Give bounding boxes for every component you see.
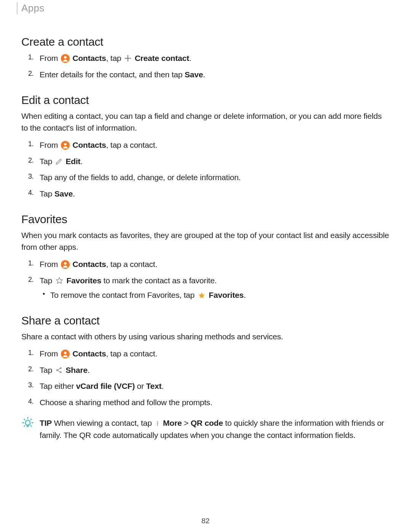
text: . bbox=[244, 291, 246, 299]
svg-point-5 bbox=[64, 262, 67, 265]
svg-point-12 bbox=[157, 421, 158, 422]
text: , tap a contact. bbox=[106, 260, 158, 268]
contacts-icon bbox=[61, 260, 70, 269]
text: Contacts bbox=[72, 260, 106, 268]
share-steps: From Contacts, tap a contact. Tap Share.… bbox=[21, 348, 390, 409]
text: From bbox=[40, 260, 58, 268]
text: , tap a contact. bbox=[106, 141, 158, 149]
text: . bbox=[203, 70, 205, 79]
text: Share bbox=[66, 366, 88, 374]
plus-icon bbox=[124, 54, 132, 62]
list-item: Tap Share. bbox=[21, 364, 390, 377]
heading-create-contact: Create a contact bbox=[21, 35, 390, 48]
list-item: Tap Save. bbox=[21, 188, 390, 200]
text: QR code bbox=[191, 419, 223, 427]
text: Tap bbox=[40, 157, 52, 166]
text: Tap bbox=[40, 189, 54, 198]
favorites-steps: From Contacts, tap a contact. Tap Favori… bbox=[21, 258, 390, 301]
share-icon bbox=[55, 366, 63, 374]
heading-edit-contact: Edit a contact bbox=[21, 94, 390, 107]
svg-point-11 bbox=[25, 420, 30, 425]
svg-point-14 bbox=[157, 424, 158, 425]
intro-text: Share a contact with others by using var… bbox=[21, 331, 390, 342]
text: From bbox=[40, 141, 58, 149]
svg-point-1 bbox=[64, 56, 67, 59]
text: Save bbox=[54, 189, 73, 198]
text: Create contact bbox=[135, 54, 189, 62]
text: Tap bbox=[40, 366, 52, 374]
breadcrumb: Apps bbox=[17, 2, 390, 14]
lightbulb-icon bbox=[21, 416, 34, 441]
list-item: Tap any of the fields to add, change, or… bbox=[21, 171, 390, 184]
text: TIP bbox=[40, 419, 52, 427]
list-item: Choose a sharing method and follow the p… bbox=[21, 396, 390, 409]
list-item: To remove the contact from Favorites, ta… bbox=[40, 289, 390, 301]
text: to mark the contact as a favorite. bbox=[101, 276, 217, 285]
star-filled-icon bbox=[198, 291, 206, 300]
tip-box: TIP When viewing a contact, tap More > Q… bbox=[21, 417, 390, 441]
create-steps: From Contacts, tap Create contact. Enter… bbox=[21, 52, 390, 81]
text: Edit bbox=[66, 157, 81, 166]
text: Favorites bbox=[67, 276, 102, 285]
text: Tap bbox=[40, 276, 52, 285]
text: Save bbox=[185, 70, 203, 79]
list-item: Enter details for the contact, and then … bbox=[21, 69, 390, 81]
tip-text: TIP When viewing a contact, tap More > Q… bbox=[40, 417, 390, 441]
text: From bbox=[40, 349, 58, 358]
text: Contacts bbox=[72, 54, 106, 62]
text: Enter details for the contact, and then … bbox=[40, 70, 185, 79]
heading-share-contact: Share a contact bbox=[21, 314, 390, 327]
text: or bbox=[135, 382, 146, 390]
text: > bbox=[182, 419, 191, 427]
star-outline-icon bbox=[55, 276, 64, 285]
text: . bbox=[88, 366, 90, 374]
contacts-icon bbox=[61, 54, 70, 63]
text: , tap bbox=[106, 54, 121, 62]
contacts-icon bbox=[61, 141, 70, 150]
text: . bbox=[80, 157, 83, 166]
list-item: From Contacts, tap a contact. bbox=[21, 139, 390, 152]
intro-text: When you mark contacts as favorites, the… bbox=[21, 230, 390, 253]
sub-list: To remove the contact from Favorites, ta… bbox=[40, 289, 390, 301]
text: . bbox=[73, 189, 75, 198]
text: Tap either bbox=[40, 382, 76, 390]
pencil-icon bbox=[55, 158, 63, 165]
list-item: From Contacts, tap a contact. bbox=[21, 258, 390, 271]
intro-text: When editing a contact, you can tap a fi… bbox=[21, 110, 390, 134]
more-vertical-icon bbox=[155, 420, 160, 427]
text: . bbox=[162, 382, 164, 390]
text: From bbox=[40, 54, 58, 62]
svg-point-3 bbox=[64, 143, 67, 145]
text: Contacts bbox=[72, 349, 106, 358]
text: When viewing a contact, tap bbox=[52, 419, 152, 427]
text: vCard file (VCF) bbox=[76, 382, 135, 390]
list-item: Tap Favorites to mark the contact as a f… bbox=[21, 275, 390, 301]
text: More bbox=[163, 419, 182, 427]
text: To remove the contact from Favorites, ta… bbox=[50, 291, 194, 299]
list-item: Tap either vCard file (VCF) or Text. bbox=[21, 380, 390, 393]
page-number: 82 bbox=[0, 517, 411, 525]
heading-favorites: Favorites bbox=[21, 213, 390, 226]
text: . bbox=[189, 54, 191, 62]
text: , tap a contact. bbox=[106, 349, 158, 358]
list-item: From Contacts, tap Create contact. bbox=[21, 52, 390, 65]
edit-steps: From Contacts, tap a contact. Tap Edit. … bbox=[21, 139, 390, 200]
contacts-icon bbox=[61, 350, 70, 358]
svg-point-13 bbox=[157, 423, 158, 424]
list-item: Tap Edit. bbox=[21, 155, 390, 168]
text: Favorites bbox=[209, 291, 244, 299]
svg-point-7 bbox=[64, 352, 67, 355]
text: Text bbox=[146, 382, 162, 390]
text: Contacts bbox=[72, 141, 106, 149]
list-item: From Contacts, tap a contact. bbox=[21, 348, 390, 360]
